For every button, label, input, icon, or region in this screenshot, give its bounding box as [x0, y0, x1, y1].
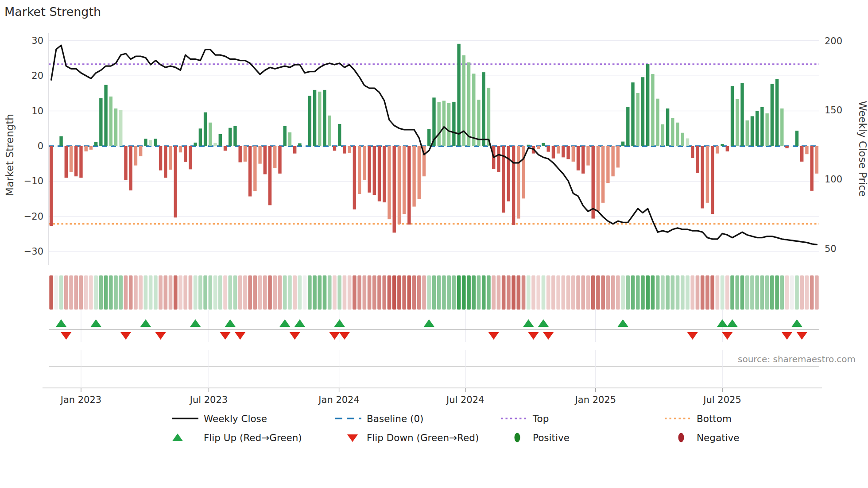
heat-cell [676, 275, 680, 310]
heat-cell [94, 275, 98, 310]
strength-bar [169, 146, 172, 170]
strength-bar [706, 146, 709, 203]
strength-bar [293, 146, 296, 154]
strength-bar [552, 146, 555, 159]
heat-cell [79, 275, 83, 310]
heat-cell [536, 275, 540, 310]
strength-bar [373, 146, 376, 195]
legend-label: Weekly Close [204, 413, 267, 424]
figure: 3020100−10−20−3020015010050Jan 2023Jul 2… [0, 0, 868, 488]
strength-bar [721, 144, 724, 146]
strength-bar [566, 146, 570, 159]
heat-cell [651, 275, 655, 310]
legend-flip-down-icon [347, 434, 358, 442]
strength-bar [273, 146, 276, 168]
strength-bar [765, 113, 768, 146]
heat-cell [169, 275, 173, 310]
heat-cell [522, 275, 526, 310]
heat-cell [298, 275, 302, 310]
flip-up-icon [424, 319, 434, 327]
heat-cell [99, 275, 103, 310]
left-tick-label: −10 [24, 176, 43, 186]
flip-down-icon [722, 332, 732, 340]
heat-cell [49, 275, 53, 310]
heat-cell [368, 275, 372, 310]
heat-cell [512, 275, 515, 310]
strength-bar [164, 146, 167, 178]
heat-cell [203, 275, 207, 310]
strength-bar [104, 85, 107, 146]
strength-bar [253, 146, 256, 191]
heat-cell [223, 275, 227, 310]
heat-cell [452, 275, 456, 310]
heat-cell [388, 275, 391, 310]
heat-cell [586, 275, 590, 310]
heat-cell [730, 275, 734, 310]
heat-cell [422, 275, 426, 310]
heat-cell [562, 275, 566, 310]
strength-bar [189, 146, 192, 169]
legend-label: Flip Up (Red→Green) [204, 432, 302, 443]
x-tick-label: Jul 2025 [702, 395, 741, 405]
heat-cell [382, 275, 386, 310]
legend-label: Bottom [697, 413, 732, 424]
strength-bar [497, 146, 500, 172]
strength-bar [641, 77, 644, 146]
left-tick-label: 10 [31, 106, 43, 116]
strength-bar [199, 128, 202, 146]
strength-bar [65, 146, 68, 178]
heat-cell [258, 275, 262, 310]
heat-cell [581, 275, 585, 310]
strength-bar [586, 146, 589, 166]
heat-cell [735, 275, 739, 310]
heat-cell [198, 275, 202, 310]
strength-bar [383, 146, 386, 202]
heat-cell [566, 275, 570, 310]
heat-cell [681, 275, 685, 310]
x-tick-label: Jan 2025 [574, 395, 616, 405]
heat-cell [417, 275, 421, 310]
strength-bar [109, 97, 112, 146]
strength-bar [298, 143, 301, 146]
strength-bar [149, 140, 152, 146]
left-tick-label: 20 [31, 70, 43, 81]
strength-bar [751, 116, 754, 146]
flip-down-icon [797, 332, 807, 340]
heat-cell [596, 275, 600, 310]
strength-bar [597, 146, 600, 211]
heat-cell [517, 275, 521, 310]
heat-cell [303, 275, 307, 310]
heat-cell [69, 275, 73, 310]
heat-cell [815, 275, 819, 310]
heat-cell [288, 275, 292, 310]
strength-bar [248, 146, 252, 197]
strength-bar [577, 146, 580, 170]
strength-bar [392, 146, 395, 232]
strength-bar [651, 74, 654, 146]
right-tick-label: 200 [825, 36, 842, 46]
heat-cell [372, 275, 376, 310]
strength-bar [139, 146, 142, 156]
heat-cell [308, 275, 312, 310]
legend-positive-icon [515, 433, 520, 442]
heat-cell [243, 275, 247, 310]
strength-bar [224, 146, 227, 151]
strength-bar [452, 102, 455, 146]
flip-down-icon [543, 332, 554, 340]
strength-bar [233, 126, 236, 146]
strength-bar [557, 146, 560, 154]
strength-bar [358, 146, 361, 194]
strength-bar [144, 139, 147, 146]
heat-cell [765, 275, 769, 310]
strength-bar [487, 88, 490, 146]
strength-bar [353, 146, 356, 209]
heat-cell [442, 275, 446, 310]
heat-cell [129, 275, 133, 310]
strength-bar [343, 146, 346, 154]
flip-down-icon [782, 332, 792, 340]
strength-bar [756, 111, 759, 146]
heat-cell [104, 275, 108, 310]
strength-bar [691, 146, 694, 158]
strength-bar [388, 146, 391, 219]
flip-down-icon [329, 332, 340, 340]
